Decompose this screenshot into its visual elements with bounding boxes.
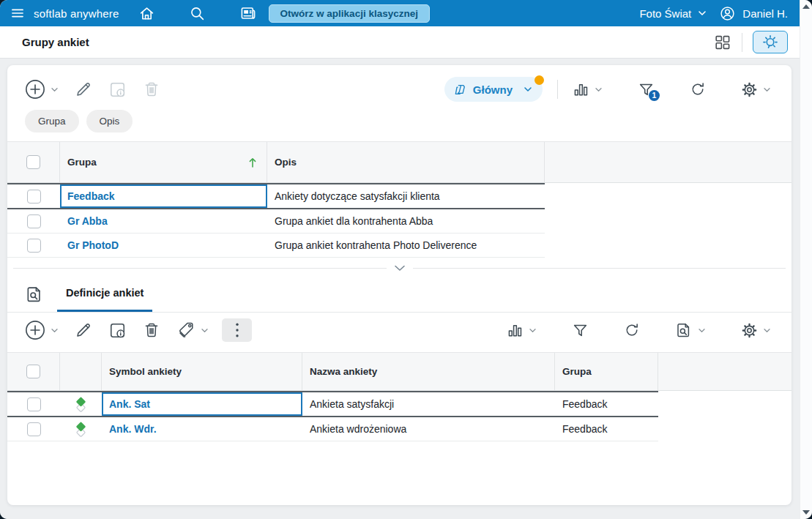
groups-table: Grupa Opis Feedback [7,141,791,258]
tags-button[interactable] [176,321,209,340]
more-actions-button[interactable] [222,318,252,342]
header-filler [545,142,791,182]
filter-button[interactable]: 1 [638,81,655,98]
header-filler [658,353,791,390]
user-avatar-icon[interactable] [719,5,736,22]
chip-grupa[interactable]: Grupa [25,110,79,132]
row-status-cell [60,392,102,416]
header-symbol[interactable]: Symbol ankiety [102,353,302,390]
refresh-icon [624,322,640,338]
settings-button[interactable] [741,322,771,339]
vertical-scrollbar[interactable] [800,0,812,519]
view-selector[interactable]: Główny [444,77,543,102]
cell-grupa: Feedback [555,417,658,441]
table-row[interactable]: Ank. Sat Ankieta satysfakcji Feedback [7,391,658,417]
details-button[interactable] [108,81,127,99]
edit-button[interactable] [75,81,92,98]
document-search-icon[interactable] [25,285,44,304]
refresh-button[interactable] [624,322,640,338]
company-selector-label[interactable]: Foto Świat [639,7,691,20]
filter-button[interactable] [572,322,589,339]
top-app-bar: softlab anywhere Otwórz w aplikacji klas… [0,0,800,26]
divider [413,268,786,269]
delete-button[interactable] [143,321,160,339]
chip-opis[interactable]: Opis [86,110,133,132]
user-name[interactable]: Daniel H. [742,7,788,20]
table-row[interactable]: Ank. Wdr. Ankieta wdrożeniowa Feedback [7,417,658,441]
table-row[interactable]: Gr PhotoD Grupa ankiet kontrahenta Photo… [7,234,545,258]
divider [742,33,742,52]
scroll-up-arrow-icon[interactable] [802,4,810,9]
cell-opis: Grupa ankiet dla kontrahenta Abba [267,209,545,233]
cell-symbol[interactable]: Ank. Sat [102,392,302,416]
table-row[interactable]: Feedback Ankiety dotyczące satysfakcji k… [7,183,545,209]
row-checkbox[interactable] [27,214,41,228]
header-grupa[interactable]: Grupa [60,142,267,182]
refresh-icon [690,81,706,97]
filter-funnel-icon [572,322,589,339]
header-grupa-label: Grupa [562,366,592,377]
settings-button[interactable] [741,81,771,98]
pencil-icon [75,81,92,98]
filter-count-badge: 1 [649,90,660,101]
add-button[interactable] [25,79,59,100]
home-icon[interactable] [138,5,155,22]
cell-grupa[interactable]: Gr Abba [60,209,267,233]
chevron-down-icon[interactable] [51,87,59,92]
row-checkbox[interactable] [27,397,41,411]
tab-definicje-ankiet[interactable]: Definicje ankiet [57,276,152,312]
delete-button[interactable] [143,81,160,98]
cell-grupa[interactable]: Gr PhotoD [60,234,267,257]
column-chips: Grupa Opis [7,110,791,132]
header-grupa[interactable]: Grupa [555,353,658,390]
cell-grupa[interactable]: Feedback [60,184,267,208]
details-button[interactable] [108,321,127,340]
chevron-down-icon[interactable] [51,328,59,333]
table-row[interactable]: Gr Abba Grupa ankiet dla kontrahenta Abb… [7,209,545,234]
definitions-toolbar-left [25,318,252,342]
definitions-toolbar [7,313,791,348]
menu-icon[interactable] [10,6,25,20]
card-info-icon [108,321,127,340]
green-diamond-status-icon [73,420,89,438]
chart-button[interactable] [573,81,603,98]
view-pages-icon [453,83,467,97]
row-checkbox[interactable] [27,190,41,204]
row-checkbox-cell [7,209,60,233]
header-status-cell [60,353,102,390]
collapse-chevron-icon[interactable] [394,265,406,272]
open-classic-app-button[interactable]: Otwórz w aplikacji klasycznej [269,4,430,23]
sort-ascending-icon[interactable] [247,157,258,168]
header-opis[interactable]: Opis [267,142,545,182]
groups-toolbar: Główny [7,71,791,108]
divider [557,80,558,99]
select-all-checkbox[interactable] [26,365,40,378]
edit-button[interactable] [75,321,92,339]
row-checkbox[interactable] [27,422,41,436]
header-nazwa[interactable]: Nazwa ankiety [302,353,555,390]
trash-icon [143,321,160,339]
select-all-checkbox[interactable] [26,155,40,169]
cell-nazwa: Ankieta wdrożeniowa [302,417,555,441]
preview-button[interactable] [675,321,706,339]
chevron-down-icon[interactable] [201,328,209,333]
scroll-down-arrow-icon[interactable] [802,510,810,515]
cell-symbol[interactable]: Ank. Wdr. [102,417,302,441]
chevron-down-icon [763,87,771,92]
header-grupa-label: Grupa [67,157,97,168]
groups-card: Główny [7,65,791,505]
title-bar-actions [714,31,788,53]
search-icon[interactable] [189,5,206,22]
news-icon[interactable] [239,4,257,22]
chart-button[interactable] [507,322,537,339]
definitions-toolbar-right [507,321,771,339]
chevron-down-icon[interactable] [698,10,707,16]
groups-table-rows: Feedback Ankiety dotyczące satysfakcji k… [7,183,791,258]
cell-opis: Grupa ankiet kontrahenta Photo Deliveren… [267,234,545,257]
row-checkbox[interactable] [27,239,41,253]
add-button[interactable] [25,320,59,340]
dashboard-layout-icon[interactable] [714,34,731,51]
assistant-hint-button[interactable] [753,31,788,53]
panel-splitter[interactable] [7,261,791,275]
refresh-button[interactable] [690,81,706,97]
